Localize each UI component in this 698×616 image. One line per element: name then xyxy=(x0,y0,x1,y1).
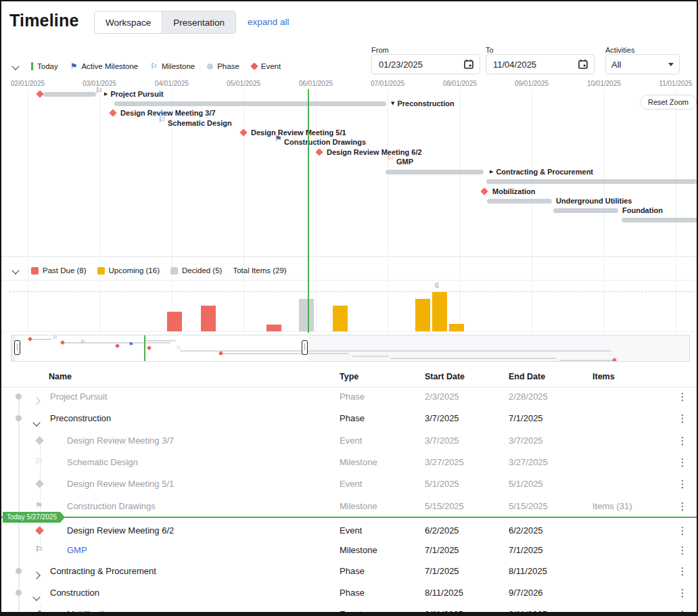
flag-outline-gray-icon: ⚐ xyxy=(35,457,43,467)
cell-type: Event xyxy=(340,435,362,446)
cell-type: Milestone xyxy=(340,545,377,555)
table-row-gmp[interactable]: ⚐GMPMilestone7/1/20257/1/2025⋮ xyxy=(1,540,697,561)
cell-name: Preconstruction xyxy=(50,413,111,423)
row-menu-button[interactable]: ⋮ xyxy=(677,478,688,490)
cell-start-date: 8/11/2025 xyxy=(425,609,463,616)
cell-name: Construction xyxy=(50,588,99,598)
diamond-gray-icon xyxy=(35,436,44,445)
expand-toggle-icon[interactable] xyxy=(34,416,39,428)
table-row-contracting-procurement[interactable]: Contracting & ProcurementPhase7/1/20258/… xyxy=(1,561,697,582)
cell-name: Project Pursuit xyxy=(50,392,108,402)
cell-start-date: 5/1/2025 xyxy=(425,479,459,489)
cell-start-date: 8/11/2025 xyxy=(425,588,463,598)
today-line xyxy=(308,89,309,333)
chevron-right-icon xyxy=(32,571,40,579)
row-menu-button[interactable]: ⋮ xyxy=(677,412,688,425)
cell-type: Event xyxy=(340,525,362,536)
table-row-project-pursuit[interactable]: Project PursuitPhase2/3/20252/28/2025⋮ xyxy=(1,386,697,408)
cell-start-date: 5/15/2025 xyxy=(425,501,464,511)
cell-start-date: 3/27/2025 xyxy=(425,457,464,467)
table-row-design-review-meeting-6-2[interactable]: Design Review Meeting 6/2Event6/2/20256/… xyxy=(1,520,697,542)
spine-dot xyxy=(16,568,22,574)
cell-name: Design Review Meeting 6/2 xyxy=(67,525,174,536)
row-menu-button[interactable]: ⋮ xyxy=(677,391,688,403)
cell-type: Phase xyxy=(340,566,365,576)
cell-end-date: 2/28/2025 xyxy=(509,392,548,402)
table-row-design-review-meeting-3-7[interactable]: Design Review Meeting 3/7Event3/7/20253/… xyxy=(1,430,697,452)
cell-type: Event xyxy=(340,479,362,489)
diamond-red-icon xyxy=(35,610,44,616)
cell-start-date: 3/7/2025 xyxy=(425,413,459,423)
cell-name: Schematic Design xyxy=(67,457,138,467)
cell-end-date: 8/11/2025 xyxy=(509,566,547,576)
expand-toggle-icon[interactable] xyxy=(34,590,39,602)
cell-end-date: 7/1/2025 xyxy=(509,545,543,555)
row-menu-button[interactable]: ⋮ xyxy=(677,456,688,469)
diamond-red-icon xyxy=(35,526,44,535)
cell-name: Contracting & Procurement xyxy=(50,566,156,576)
cell-end-date: 9/7/2026 xyxy=(509,588,543,598)
cell-name: Design Review Meeting 3/7 xyxy=(67,435,174,446)
cell-start-date: 3/7/2025 xyxy=(425,435,459,446)
row-menu-button[interactable]: ⋮ xyxy=(677,609,688,616)
cell-end-date: 6/2/2025 xyxy=(509,525,543,536)
row-menu-button[interactable]: ⋮ xyxy=(677,565,688,577)
cell-start-date: 7/1/2025 xyxy=(425,545,459,555)
expand-toggle-icon[interactable] xyxy=(34,394,39,406)
table-row-design-review-meeting-5-1[interactable]: Design Review Meeting 5/1Event5/1/20255/… xyxy=(1,473,697,495)
cell-start-date: 7/1/2025 xyxy=(425,566,459,576)
cell-end-date: 8/11/2025 xyxy=(509,609,547,616)
spine-dot xyxy=(16,415,22,421)
cell-type: Phase xyxy=(340,588,365,598)
cell-end-date: 7/1/2025 xyxy=(509,413,543,423)
row-menu-button[interactable]: ⋮ xyxy=(677,544,688,556)
flag-outline-blue-icon: ⚐ xyxy=(35,545,43,554)
flag-filled-gray-icon: ⚑ xyxy=(35,501,43,511)
spine-dot xyxy=(16,394,22,400)
cell-end-date: 5/15/2025 xyxy=(509,501,548,511)
cell-end-date: 3/27/2025 xyxy=(509,457,548,467)
row-menu-button[interactable]: ⋮ xyxy=(677,525,688,537)
cell-items: Items (31) xyxy=(592,501,632,511)
row-menu-button[interactable]: ⋮ xyxy=(677,587,688,599)
diamond-gray-icon xyxy=(35,479,44,488)
chevron-down-icon xyxy=(32,419,40,426)
table-row-mobilization[interactable]: MobilizationEvent8/11/20258/11/2025⋮ xyxy=(1,604,697,616)
cell-type: Phase xyxy=(340,413,365,423)
row-menu-button[interactable]: ⋮ xyxy=(677,500,688,513)
timeline-app: Timeline Workspace Presentation expand a… xyxy=(0,0,698,616)
table-row-preconstruction[interactable]: PreconstructionPhase3/7/20257/1/2025⋮ xyxy=(1,408,697,429)
cell-end-date: 5/1/2025 xyxy=(509,479,543,489)
cell-start-date: 2/3/2025 xyxy=(425,392,459,402)
cell-name[interactable]: GMP xyxy=(67,545,87,555)
expand-toggle-icon[interactable] xyxy=(34,569,39,581)
spine-dot xyxy=(16,590,22,596)
table-row-construction-drawings[interactable]: ⚑Construction DrawingsMilestone5/15/2025… xyxy=(1,496,697,517)
chevron-down-icon xyxy=(32,593,40,600)
cell-start-date: 6/2/2025 xyxy=(425,525,459,536)
today-badge: Today 5/27/2025 xyxy=(3,512,65,523)
cell-name: Construction Drawings xyxy=(67,501,156,511)
cell-type: Event xyxy=(340,609,362,616)
cell-name: Mobilization xyxy=(67,609,114,616)
timeline-table: Project PursuitPhase2/3/20252/28/2025⋮Pr… xyxy=(1,1,697,612)
today-divider-line xyxy=(1,517,697,518)
chevron-right-icon xyxy=(32,397,40,404)
table-row-construction[interactable]: ConstructionPhase8/11/20259/7/2026⋮ xyxy=(1,582,697,604)
cell-end-date: 3/7/2025 xyxy=(509,435,543,446)
cell-type: Milestone xyxy=(340,457,377,467)
row-menu-button[interactable]: ⋮ xyxy=(677,435,688,447)
cell-type: Milestone xyxy=(340,501,377,511)
cell-name: Design Review Meeting 5/1 xyxy=(67,479,174,489)
table-row-schematic-design[interactable]: ⚐Schematic DesignMilestone3/27/20253/27/… xyxy=(1,452,697,473)
cell-type: Phase xyxy=(340,392,365,402)
